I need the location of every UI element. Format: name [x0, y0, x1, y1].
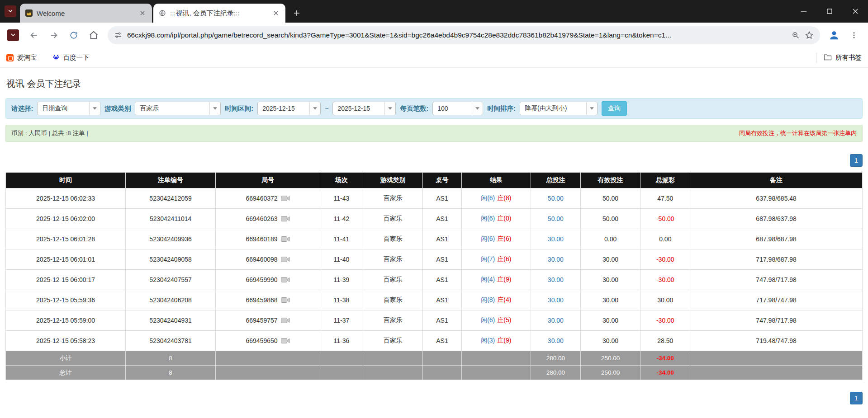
cell-total-bet-link[interactable]: 30.00: [531, 331, 580, 351]
cell-valid-bet: 50.00: [580, 188, 640, 209]
cell-total-bet-link[interactable]: 50.00: [531, 209, 580, 229]
subtotal-total-bet: 280.00: [531, 351, 580, 366]
close-button[interactable]: [842, 0, 868, 23]
tab-search-button[interactable]: [5, 5, 16, 17]
video-replay-icon[interactable]: [281, 195, 290, 202]
cell-total-bet-link[interactable]: 30.00: [531, 290, 580, 310]
result-player: 闲(6): [481, 235, 495, 243]
cell-total-bet-link[interactable]: 30.00: [531, 229, 580, 249]
video-replay-icon[interactable]: [281, 256, 290, 263]
chevron-down-icon: [209, 102, 220, 115]
sort-select[interactable]: 降幂(由大到小): [520, 102, 598, 115]
subtotal-valid-bet: 250.00: [580, 351, 640, 366]
address-bar[interactable]: 66cxkj98.com/ipl/portal.php/game/betreco…: [108, 26, 820, 44]
forward-button[interactable]: [45, 27, 62, 44]
maximize-button[interactable]: [816, 0, 842, 23]
cell-session: 11-37: [320, 310, 363, 331]
tab-close-icon[interactable]: [272, 9, 280, 17]
cell-game: 百家乐: [363, 290, 423, 310]
video-replay-icon[interactable]: [281, 277, 290, 283]
bookmark-star-icon[interactable]: [805, 31, 814, 40]
chevron-down-icon: [309, 102, 320, 115]
back-button[interactable]: [25, 27, 43, 44]
cell-bet-no: 523042404931: [126, 310, 216, 331]
page-1-button[interactable]: 1: [850, 392, 863, 404]
profile-avatar[interactable]: [825, 27, 843, 44]
cell-table-no: AS1: [423, 290, 461, 310]
minimize-button[interactable]: [791, 0, 816, 23]
tab-betrecord[interactable]: :::视讯, 会员下注纪录:::: [153, 4, 285, 23]
round-number: 669459868: [246, 296, 278, 304]
bookmark-baidu[interactable]: 百度一下: [52, 53, 90, 62]
video-replay-icon[interactable]: [281, 297, 290, 303]
cell-time: 2025-12-15 06:02:00: [6, 209, 126, 229]
total-count: 8: [126, 366, 216, 380]
cell-valid-bet: 50.00: [580, 209, 640, 229]
cell-valid-bet: 30.00: [580, 270, 640, 290]
cell-total-bet-link[interactable]: 30.00: [531, 310, 580, 331]
bookmark-label: 百度一下: [63, 53, 90, 62]
date-to-select[interactable]: 2025-12-15: [332, 102, 396, 115]
cell-round-no: 669459757: [216, 310, 320, 331]
tab-close-icon[interactable]: [138, 9, 147, 17]
col-table-no: 桌号: [423, 173, 461, 188]
cell-bet-no: 523042406208: [126, 290, 216, 310]
video-replay-icon[interactable]: [281, 236, 290, 242]
cell-round-no: 669460189: [216, 229, 320, 249]
chevron-down-icon: [586, 102, 597, 115]
cell-round-no: 669460263: [216, 209, 320, 229]
search-button[interactable]: 查询: [602, 101, 627, 116]
pagination-top: 1: [5, 154, 863, 167]
col-note: 备注: [690, 173, 863, 188]
page-1-button[interactable]: 1: [850, 154, 863, 167]
filter-bar: 请选择: 日期查询 游戏类别 百家乐 时间区间: 2025-12-15 ~ 20…: [5, 98, 863, 119]
video-replay-icon[interactable]: [281, 216, 290, 222]
zoom-icon[interactable]: [792, 31, 800, 39]
browser-titlebar: Welcome :::视讯, 会员下注纪录:::: [0, 0, 868, 23]
summary-bar: 币别 : 人民币 | 总共 :8 注单 | 同局有效投注，统一计算在该局第一张注…: [5, 125, 863, 142]
cell-game: 百家乐: [363, 331, 423, 351]
sidebar-chevron-button[interactable]: [7, 29, 19, 41]
game-type-select[interactable]: 百家乐: [135, 102, 221, 115]
cell-total-bet-link[interactable]: 30.00: [531, 270, 580, 290]
home-button[interactable]: [85, 27, 102, 44]
browser-menu-button[interactable]: [845, 27, 863, 44]
cell-game: 百家乐: [363, 188, 423, 209]
cell-session: 11-36: [320, 331, 363, 351]
cell-game: 百家乐: [363, 310, 423, 331]
reload-button[interactable]: [65, 27, 82, 44]
total-total-bet: 280.00: [531, 366, 580, 380]
site-info-tune-icon[interactable]: [114, 31, 122, 39]
cell-table-no: AS1: [423, 310, 461, 331]
date-from-select[interactable]: 2025-12-15: [257, 102, 321, 115]
cell-time: 2025-12-15 06:02:33: [6, 188, 126, 209]
new-tab-button[interactable]: [289, 5, 304, 21]
col-payout: 总派彩: [640, 173, 690, 188]
result-banker: 庄(9): [497, 276, 511, 284]
round-number: 669459757: [246, 317, 278, 324]
cell-round-no: 669460098: [216, 249, 320, 270]
bookmark-aitaobao[interactable]: 爱淘宝: [6, 53, 37, 62]
all-bookmarks-button[interactable]: 所有书签: [824, 53, 862, 62]
tab-welcome[interactable]: Welcome: [20, 4, 152, 23]
cell-note: 637.98/685.48: [690, 188, 863, 209]
table-row: 2025-12-15 06:02:33 523042412059 6694603…: [6, 188, 863, 209]
result-player: 闲(6): [481, 194, 495, 202]
video-replay-icon[interactable]: [281, 317, 290, 324]
cell-table-no: AS1: [423, 229, 461, 249]
cell-bet-no: 523042407557: [126, 270, 216, 290]
subtotal-label: 小计: [6, 351, 126, 366]
total-row: 总计 8 280.00 250.00 -34.00: [6, 366, 863, 380]
result-player: 闲(6): [481, 215, 495, 223]
video-replay-icon[interactable]: [281, 338, 290, 344]
cell-time: 2025-12-15 05:59:00: [6, 310, 126, 331]
cell-total-bet-link[interactable]: 30.00: [531, 249, 580, 270]
cell-valid-bet: 30.00: [580, 310, 640, 331]
cell-total-bet-link[interactable]: 50.00: [531, 188, 580, 209]
cell-time: 2025-12-15 05:58:23: [6, 331, 126, 351]
cell-session: 11-40: [320, 249, 363, 270]
mode-select[interactable]: 日期查询: [37, 102, 100, 115]
page-size-select[interactable]: 100: [432, 102, 483, 115]
cell-note: 687.98/637.98: [690, 209, 863, 229]
table-row: 2025-12-15 05:58:23 523042403781 6694596…: [6, 331, 863, 351]
